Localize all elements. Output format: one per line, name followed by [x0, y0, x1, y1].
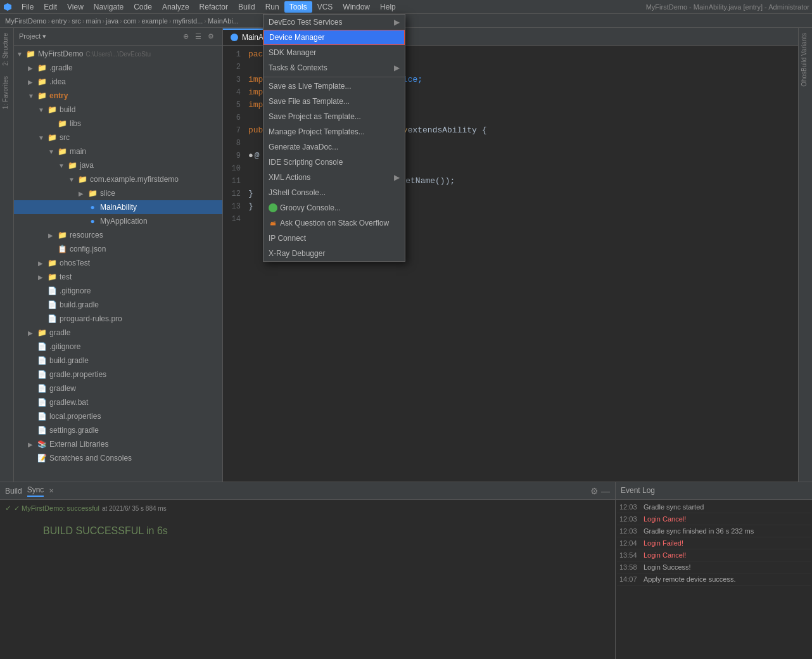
menu-item-label: Groovy Console...	[280, 203, 341, 212]
tree-item-test[interactable]: ▶ 📁 test	[14, 270, 222, 284]
event-time: 13:54	[619, 551, 644, 559]
menu-item-save-live[interactable]: Save as Live Template...	[263, 79, 405, 94]
breadcrumb-item[interactable]: java	[106, 17, 118, 25]
menubar-item-tools[interactable]: Tools	[284, 1, 312, 13]
build-tab[interactable]: Build	[5, 487, 22, 496]
tree-item-buildgradle2[interactable]: 📄 build.gradle	[14, 354, 222, 368]
sidebar-icon-collapse[interactable]: ☰	[193, 32, 203, 42]
breadcrumb-item[interactable]: MyFirstDemo	[5, 17, 46, 25]
menu-item-groovy[interactable]: Groovy Console...	[263, 200, 405, 215]
sidebar-title: Project ▾	[19, 32, 179, 41]
build-panel-header: Build Sync ✕ ⚙ —	[0, 482, 615, 500]
menu-item-label: Ask Question on Stack Overflow	[280, 219, 389, 227]
menu-item-ide-scripting[interactable]: IDE Scripting Console	[263, 155, 405, 170]
breadcrumb-item[interactable]: MainAbi...	[208, 17, 239, 25]
tree-item-buildgradle1[interactable]: 📄 build.gradle	[14, 298, 222, 312]
tree-item-src[interactable]: ▼ 📁 src	[14, 131, 222, 144]
tree-item-comexample[interactable]: ▼ 📁 com.example.myfirstdemo	[14, 172, 222, 186]
menubar-item-navigate[interactable]: Navigate	[89, 1, 129, 13]
tree-item-gradlew[interactable]: 📄 gradlew	[14, 381, 222, 395]
event-row: 12:03 Login Cancel!	[617, 513, 811, 525]
event-time: 12:03	[619, 527, 644, 535]
menubar-item-edit[interactable]: Edit	[39, 1, 62, 13]
tree-item-java[interactable]: ▼ 📁 java	[14, 158, 222, 172]
menu-item-device-manager[interactable]: Device Manager	[263, 30, 405, 45]
app-icon	[3, 2, 13, 12]
tree-item-entry[interactable]: ▼ 📁 entry	[14, 89, 222, 103]
tree-item-myfirstdemo[interactable]: ▼ 📁 MyFirstDemo C:\Users\...\DevEcoStu	[14, 47, 222, 61]
menu-item-generate-javadoc[interactable]: Generate JavaDoc...	[263, 139, 405, 155]
tree-item-configjson[interactable]: 📋 config.json	[14, 242, 222, 256]
tree-item-myapplication[interactable]: ● MyApplication	[14, 214, 222, 228]
menubar-item-code[interactable]: Code	[129, 1, 157, 13]
tree-item-extlibs[interactable]: ▶ 📚 External Libraries	[14, 437, 222, 451]
tree-item-gradlewbat[interactable]: 📄 gradlew.bat	[14, 395, 222, 409]
build-timestamp: at 2021/6/ 35 s 884 ms	[102, 505, 167, 512]
tree-item-settingsgradle[interactable]: 📄 settings.gradle	[14, 423, 222, 437]
tree-item-resources[interactable]: ▶ 📁 resources	[14, 228, 222, 242]
menu-item-tasks-contexts[interactable]: Tasks & Contexts ▶	[263, 60, 405, 75]
breadcrumb-item[interactable]: myfirstd...	[173, 17, 203, 25]
menu-item-manage-templates[interactable]: Manage Project Templates...	[263, 124, 405, 139]
tree-item-gitignore2[interactable]: 📄 .gitignore	[14, 340, 222, 354]
tree-item-localprops[interactable]: 📄 local.properties	[14, 409, 222, 423]
tree-item-gitignore1[interactable]: 📄 .gitignore	[14, 284, 222, 298]
build-settings-icon[interactable]: ⚙	[590, 486, 599, 496]
submenu-arrow-icon: ▶	[394, 173, 400, 182]
tree-item-gradle[interactable]: ▶ 📁 .gradle	[14, 61, 222, 75]
tree-item-idea[interactable]: ▶ 📁 .idea	[14, 75, 222, 89]
menubar: File Edit View Navigate Code Analyze Ref…	[0, 0, 812, 14]
build-minimize-icon[interactable]: —	[601, 486, 610, 496]
menubar-item-refactor[interactable]: Refactor	[194, 1, 233, 13]
menu-item-label: Generate JavaDoc...	[269, 143, 338, 151]
menubar-item-help[interactable]: Help	[375, 1, 401, 13]
tools-dropdown-menu[interactable]: DevEco Test Services ▶ Device Manager SD…	[263, 14, 405, 262]
menu-item-ask-stackoverflow[interactable]: Ask Question on Stack Overflow	[263, 215, 405, 231]
vtabs-right: OhosBuild Variants	[798, 28, 812, 482]
vtab-structure[interactable]: 2: Structure	[0, 28, 13, 71]
tree-container[interactable]: ▼ 📁 MyFirstDemo C:\Users\...\DevEcoStu ▶…	[14, 46, 222, 482]
menu-item-jshell[interactable]: JShell Console...	[263, 185, 405, 200]
tree-item-main[interactable]: ▼ 📁 main	[14, 144, 222, 158]
tree-item-slice[interactable]: ▶ 📁 slice	[14, 186, 222, 200]
breadcrumb-item[interactable]: src	[72, 17, 81, 25]
breadcrumb-item[interactable]: main	[86, 17, 101, 25]
menu-item-ip-connect[interactable]: IP Connect	[263, 231, 405, 246]
menu-item-xray[interactable]: X-Ray Debugger	[263, 246, 405, 261]
sync-tab-close[interactable]: ✕	[49, 487, 54, 494]
event-log-content[interactable]: 12:03 Gradle sync started 12:03 Login Ca…	[616, 500, 812, 659]
menubar-item-build[interactable]: Build	[233, 1, 260, 13]
menubar-item-analyze[interactable]: Analyze	[157, 1, 194, 13]
menubar-item-view[interactable]: View	[62, 1, 89, 13]
breadcrumb-item[interactable]: example	[141, 17, 168, 25]
menubar-item-window[interactable]: Window	[338, 1, 375, 13]
menu-item-sdk-manager[interactable]: SDK Manager	[263, 45, 405, 60]
tree-item-build[interactable]: ▼ 📁 build	[14, 103, 222, 117]
tree-item-proguard[interactable]: 📄 proguard-rules.pro	[14, 312, 222, 326]
vtab-favorites[interactable]: 1: Favorites	[0, 71, 13, 114]
menubar-item-vcs[interactable]: VCS	[312, 1, 338, 13]
menubar-item-run[interactable]: Run	[260, 1, 284, 13]
tree-item-gradle-root[interactable]: ▶ 📁 gradle	[14, 326, 222, 340]
submenu-arrow-icon: ▶	[394, 18, 400, 27]
menubar-item-file[interactable]: File	[16, 1, 39, 13]
menu-item-xml-actions[interactable]: XML Actions ▶	[263, 170, 405, 185]
menu-item-save-project[interactable]: Save Project as Template...	[263, 109, 405, 124]
menu-item-save-file[interactable]: Save File as Template...	[263, 94, 405, 109]
sync-tab[interactable]: Sync	[27, 485, 44, 497]
build-content: ✓ ✓ MyFirstDemo: successful at 2021/6/ 3…	[0, 500, 615, 553]
build-success-label: ✓ MyFirstDemo: successful	[14, 504, 99, 513]
menu-item-label: SDK Manager	[269, 48, 316, 57]
tree-item-gradleprops[interactable]: 📄 gradle.properties	[14, 368, 222, 381]
sidebar-icon-settings[interactable]: ⚙	[206, 32, 216, 42]
tree-item-mainability[interactable]: ● MainAbility	[14, 200, 222, 214]
tree-item-scratches[interactable]: 📝 Scratches and Consoles	[14, 451, 222, 465]
breadcrumb-item[interactable]: entry	[51, 17, 67, 25]
menu-item-deveco-test[interactable]: DevEco Test Services ▶	[263, 15, 405, 30]
menu-item-label: DevEco Test Services	[269, 18, 343, 27]
vtab-ohosbuild[interactable]: OhosBuild Variants	[799, 28, 812, 92]
tree-item-ohostest[interactable]: ▶ 📁 ohosTest	[14, 256, 222, 270]
tree-item-libs[interactable]: 📁 libs	[14, 117, 222, 131]
sidebar-icon-add[interactable]: ⊕	[181, 32, 191, 42]
breadcrumb-item[interactable]: com	[124, 17, 137, 25]
